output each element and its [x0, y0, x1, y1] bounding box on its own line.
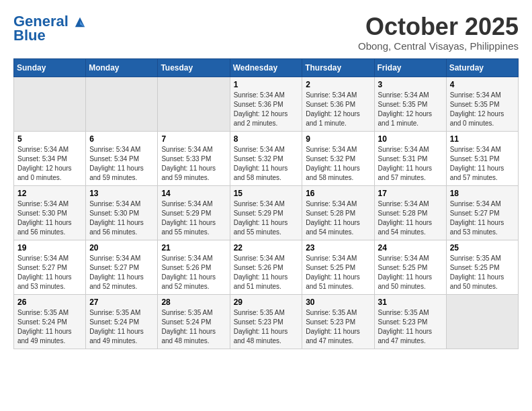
calendar-cell: 1Sunrise: 5:34 AM Sunset: 5:36 PM Daylig… [230, 77, 302, 131]
day-number: 3 [378, 80, 443, 89]
day-info: Sunrise: 5:34 AM Sunset: 5:28 PM Dayligh… [306, 199, 370, 237]
day-number: 11 [450, 134, 515, 144]
day-number: 20 [89, 243, 154, 253]
calendar-cell: 24Sunrise: 5:34 AM Sunset: 5:25 PM Dayli… [374, 240, 446, 294]
day-number: 24 [378, 243, 443, 253]
day-info: Sunrise: 5:34 AM Sunset: 5:34 PM Dayligh… [17, 145, 82, 183]
day-info: Sunrise: 5:34 AM Sunset: 5:28 PM Dayligh… [378, 199, 443, 237]
day-number: 15 [234, 189, 299, 198]
day-info: Sunrise: 5:35 AM Sunset: 5:23 PM Dayligh… [306, 308, 370, 346]
day-number: 17 [378, 189, 443, 198]
location: Obong, Central Visayas, Philippines [358, 40, 519, 52]
day-number: 26 [17, 298, 82, 307]
calendar-cell [446, 294, 518, 349]
calendar-cell: 3Sunrise: 5:34 AM Sunset: 5:35 PM Daylig… [374, 77, 446, 131]
calendar-cell: 4Sunrise: 5:34 AM Sunset: 5:35 PM Daylig… [446, 77, 518, 131]
day-info: Sunrise: 5:34 AM Sunset: 5:32 PM Dayligh… [234, 145, 299, 183]
days-header-row: SundayMondayTuesdayWednesdayThursdayFrid… [14, 58, 519, 77]
day-info: Sunrise: 5:35 AM Sunset: 5:24 PM Dayligh… [161, 308, 226, 346]
calendar-cell: 6Sunrise: 5:34 AM Sunset: 5:34 PM Daylig… [86, 131, 158, 185]
calendar-cell: 23Sunrise: 5:34 AM Sunset: 5:25 PM Dayli… [302, 240, 374, 294]
calendar-cell: 14Sunrise: 5:34 AM Sunset: 5:29 PM Dayli… [158, 185, 230, 240]
day-info: Sunrise: 5:34 AM Sunset: 5:26 PM Dayligh… [234, 254, 299, 291]
calendar-cell: 31Sunrise: 5:35 AM Sunset: 5:23 PM Dayli… [374, 294, 446, 349]
calendar-cell: 20Sunrise: 5:34 AM Sunset: 5:27 PM Dayli… [86, 240, 158, 294]
calendar-cell: 19Sunrise: 5:34 AM Sunset: 5:27 PM Dayli… [14, 240, 86, 294]
day-number: 4 [450, 80, 515, 89]
day-info: Sunrise: 5:35 AM Sunset: 5:23 PM Dayligh… [234, 308, 299, 346]
day-info: Sunrise: 5:34 AM Sunset: 5:27 PM Dayligh… [89, 254, 154, 291]
day-info: Sunrise: 5:35 AM Sunset: 5:23 PM Dayligh… [378, 308, 443, 346]
day-info: Sunrise: 5:34 AM Sunset: 5:36 PM Dayligh… [306, 91, 370, 128]
calendar-cell: 7Sunrise: 5:34 AM Sunset: 5:33 PM Daylig… [158, 131, 230, 185]
calendar-cell: 27Sunrise: 5:35 AM Sunset: 5:24 PM Dayli… [86, 294, 158, 349]
day-number: 14 [161, 189, 226, 198]
week-row-3: 12Sunrise: 5:34 AM Sunset: 5:30 PM Dayli… [14, 185, 519, 240]
month-title: October 2025 [358, 13, 519, 40]
calendar-cell: 5Sunrise: 5:34 AM Sunset: 5:34 PM Daylig… [14, 131, 86, 185]
day-info: Sunrise: 5:34 AM Sunset: 5:29 PM Dayligh… [161, 199, 226, 237]
calendar-cell: 13Sunrise: 5:34 AM Sunset: 5:30 PM Dayli… [86, 185, 158, 240]
day-info: Sunrise: 5:34 AM Sunset: 5:30 PM Dayligh… [17, 199, 82, 237]
day-number: 18 [450, 189, 515, 198]
day-number: 7 [161, 134, 226, 144]
day-number: 2 [306, 80, 370, 89]
day-number: 31 [378, 298, 443, 307]
day-number: 19 [17, 243, 82, 253]
day-info: Sunrise: 5:35 AM Sunset: 5:24 PM Dayligh… [17, 308, 82, 346]
day-info: Sunrise: 5:35 AM Sunset: 5:24 PM Dayligh… [89, 308, 154, 346]
day-number: 22 [234, 243, 299, 253]
day-info: Sunrise: 5:34 AM Sunset: 5:27 PM Dayligh… [450, 199, 515, 237]
day-info: Sunrise: 5:34 AM Sunset: 5:25 PM Dayligh… [306, 254, 370, 291]
calendar-cell [14, 77, 86, 131]
day-info: Sunrise: 5:34 AM Sunset: 5:34 PM Dayligh… [89, 145, 154, 183]
day-header-friday: Friday [374, 58, 446, 77]
day-info: Sunrise: 5:34 AM Sunset: 5:32 PM Dayligh… [306, 145, 370, 183]
day-number: 12 [17, 189, 82, 198]
calendar-cell: 9Sunrise: 5:34 AM Sunset: 5:32 PM Daylig… [302, 131, 374, 185]
day-info: Sunrise: 5:35 AM Sunset: 5:25 PM Dayligh… [450, 254, 515, 291]
day-info: Sunrise: 5:34 AM Sunset: 5:31 PM Dayligh… [378, 145, 443, 183]
week-row-5: 26Sunrise: 5:35 AM Sunset: 5:24 PM Dayli… [14, 294, 519, 349]
day-number: 30 [306, 298, 370, 307]
day-info: Sunrise: 5:34 AM Sunset: 5:27 PM Dayligh… [17, 254, 82, 291]
day-number: 25 [450, 243, 515, 253]
day-info: Sunrise: 5:34 AM Sunset: 5:31 PM Dayligh… [450, 145, 515, 183]
day-info: Sunrise: 5:34 AM Sunset: 5:30 PM Dayligh… [89, 199, 154, 237]
calendar-cell: 22Sunrise: 5:34 AM Sunset: 5:26 PM Dayli… [230, 240, 302, 294]
calendar-cell: 17Sunrise: 5:34 AM Sunset: 5:28 PM Dayli… [374, 185, 446, 240]
day-info: Sunrise: 5:34 AM Sunset: 5:29 PM Dayligh… [234, 199, 299, 237]
day-info: Sunrise: 5:34 AM Sunset: 5:35 PM Dayligh… [378, 91, 443, 128]
day-number: 23 [306, 243, 370, 253]
calendar-cell: 28Sunrise: 5:35 AM Sunset: 5:24 PM Dayli… [158, 294, 230, 349]
day-number: 27 [89, 298, 154, 307]
day-number: 8 [234, 134, 299, 144]
calendar-cell: 15Sunrise: 5:34 AM Sunset: 5:29 PM Dayli… [230, 185, 302, 240]
day-number: 1 [234, 80, 299, 89]
calendar-cell: 30Sunrise: 5:35 AM Sunset: 5:23 PM Dayli… [302, 294, 374, 349]
title-block: October 2025 Obong, Central Visayas, Phi… [358, 13, 519, 52]
day-info: Sunrise: 5:34 AM Sunset: 5:33 PM Dayligh… [161, 145, 226, 183]
week-row-2: 5Sunrise: 5:34 AM Sunset: 5:34 PM Daylig… [14, 131, 519, 185]
calendar-cell: 8Sunrise: 5:34 AM Sunset: 5:32 PM Daylig… [230, 131, 302, 185]
day-number: 29 [234, 298, 299, 307]
day-number: 10 [378, 134, 443, 144]
calendar-cell: 2Sunrise: 5:34 AM Sunset: 5:36 PM Daylig… [302, 77, 374, 131]
logo: General Blue [13, 13, 86, 44]
calendar-cell: 25Sunrise: 5:35 AM Sunset: 5:25 PM Dayli… [446, 240, 518, 294]
day-info: Sunrise: 5:34 AM Sunset: 5:36 PM Dayligh… [234, 91, 299, 128]
day-number: 16 [306, 189, 370, 198]
calendar-cell: 18Sunrise: 5:34 AM Sunset: 5:27 PM Dayli… [446, 185, 518, 240]
day-number: 21 [161, 243, 226, 253]
calendar-table: SundayMondayTuesdayWednesdayThursdayFrid… [13, 58, 519, 349]
calendar-cell [86, 77, 158, 131]
day-header-tuesday: Tuesday [158, 58, 230, 77]
day-info: Sunrise: 5:34 AM Sunset: 5:26 PM Dayligh… [161, 254, 226, 291]
day-info: Sunrise: 5:34 AM Sunset: 5:35 PM Dayligh… [450, 91, 515, 128]
week-row-4: 19Sunrise: 5:34 AM Sunset: 5:27 PM Dayli… [14, 240, 519, 294]
day-number: 9 [306, 134, 370, 144]
day-number: 13 [89, 189, 154, 198]
day-header-thursday: Thursday [302, 58, 374, 77]
calendar-cell: 11Sunrise: 5:34 AM Sunset: 5:31 PM Dayli… [446, 131, 518, 185]
header: General Blue October 2025 Obong, Central… [13, 13, 519, 52]
